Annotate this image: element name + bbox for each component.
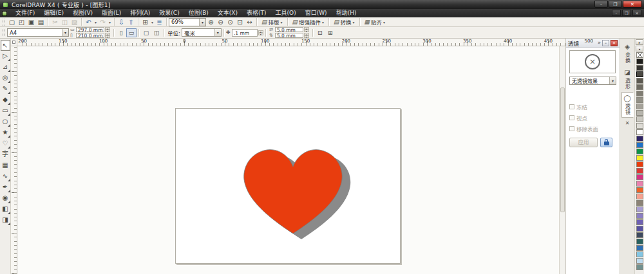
docker-minimize-button[interactable]: – bbox=[602, 40, 609, 46]
menu-item-编辑[interactable]: 编辑(E) bbox=[39, 9, 68, 17]
zoom-width-button[interactable]: ↔ bbox=[245, 18, 254, 26]
drawing-canvas[interactable] bbox=[17, 46, 559, 274]
color-swatch[interactable] bbox=[636, 239, 643, 244]
print-button[interactable]: ▤ bbox=[36, 18, 46, 26]
flyout-indicator[interactable] bbox=[8, 113, 10, 116]
eyedropper-tool[interactable]: ✒ bbox=[1, 182, 10, 193]
color-swatch[interactable] bbox=[636, 123, 643, 129]
basic-shapes-tool[interactable]: ♡ bbox=[1, 138, 10, 149]
lens-effect-combo[interactable]: 无透镜效果 ▾ bbox=[569, 77, 616, 85]
menu-item-窗口[interactable]: 窗口(W) bbox=[301, 9, 332, 17]
units-combo[interactable]: 毫米 ▾ bbox=[182, 28, 222, 37]
undo-dropdown-caret[interactable]: ▾ bbox=[93, 20, 98, 24]
docker-tabs-close-button[interactable]: ✕ bbox=[625, 120, 630, 126]
application-launcher-button[interactable]: ⊞ bbox=[140, 18, 150, 26]
paper-size-combo[interactable]: A4 ▾ bbox=[7, 28, 69, 37]
zoom-in-button[interactable]: ⊕ bbox=[206, 18, 216, 26]
vertical-scrollbar[interactable] bbox=[559, 46, 565, 274]
interactive-blend-tool[interactable]: ∿ bbox=[1, 171, 10, 182]
export-button[interactable]: ⇧ bbox=[126, 18, 136, 26]
doc-restore-button[interactable]: ❐ bbox=[622, 10, 631, 16]
flyout-indicator[interactable] bbox=[8, 124, 10, 127]
color-swatch[interactable] bbox=[636, 213, 643, 219]
color-swatch[interactable] bbox=[636, 91, 643, 96]
all-pages-button[interactable]: ▢ bbox=[141, 28, 151, 37]
color-swatch[interactable] bbox=[636, 104, 643, 109]
checkbox-移除表面[interactable]: 移除表面 bbox=[569, 125, 616, 132]
color-swatch[interactable] bbox=[636, 168, 643, 174]
tab-transformations[interactable]: ◈变换 bbox=[621, 41, 634, 66]
flyout-indicator[interactable] bbox=[8, 212, 10, 214]
duplicate-y-stepper[interactable]: ▴▾ bbox=[304, 33, 309, 38]
chevron-down-icon[interactable]: ▾ bbox=[279, 20, 284, 24]
color-swatch[interactable] bbox=[636, 59, 643, 64]
checkbox-icon[interactable] bbox=[569, 115, 574, 120]
toolbar-grip[interactable] bbox=[3, 29, 5, 36]
freehand-tool[interactable]: ✎ bbox=[1, 84, 10, 95]
duplicate-x-field[interactable]: 5.0 mm bbox=[275, 27, 303, 32]
color-swatch[interactable] bbox=[636, 206, 643, 212]
color-swatch[interactable] bbox=[636, 251, 643, 257]
menu-item-表格[interactable]: 表格(T) bbox=[242, 9, 271, 17]
menu-item-位图[interactable]: 位图(B) bbox=[184, 9, 213, 17]
flyout-indicator[interactable] bbox=[8, 146, 10, 149]
menu-item-视图[interactable]: 视图(V) bbox=[68, 9, 97, 17]
ellipse-tool[interactable]: ○ bbox=[1, 116, 10, 127]
flyout-indicator[interactable] bbox=[8, 80, 10, 83]
color-swatch[interactable] bbox=[636, 264, 643, 270]
save-button[interactable]: ▣ bbox=[26, 18, 36, 26]
flyout-indicator[interactable] bbox=[8, 102, 10, 105]
palette-scroll-up-button[interactable]: ▴ bbox=[636, 46, 643, 51]
nudge-field[interactable]: .1 mm bbox=[232, 29, 258, 37]
plugins-button[interactable]: ▤增强插件▾ bbox=[291, 18, 327, 26]
color-swatch[interactable] bbox=[636, 136, 643, 142]
flyout-indicator[interactable] bbox=[8, 69, 10, 72]
page-height-stepper[interactable]: ▴▾ bbox=[105, 33, 110, 38]
color-swatch[interactable] bbox=[636, 78, 643, 84]
menu-item-版面[interactable]: 版面(L) bbox=[97, 9, 126, 17]
color-swatch[interactable] bbox=[636, 110, 643, 116]
polygon-tool[interactable]: ★ bbox=[1, 127, 10, 138]
zoom-tool[interactable]: ◎ bbox=[1, 73, 10, 84]
toolbar-grip[interactable] bbox=[3, 19, 5, 26]
menu-item-文本[interactable]: 文本(X) bbox=[213, 9, 242, 17]
color-swatch[interactable] bbox=[636, 84, 643, 90]
restore-button[interactable]: ❐ bbox=[609, 1, 622, 8]
flyout-indicator[interactable] bbox=[8, 179, 10, 181]
landscape-button[interactable]: ▭ bbox=[126, 28, 137, 37]
open-button[interactable]: ◰ bbox=[17, 18, 26, 26]
color-swatch[interactable] bbox=[636, 245, 643, 251]
zoom-selected-button[interactable]: ⊙ bbox=[225, 18, 235, 26]
menu-item-文件[interactable]: 文件(F) bbox=[11, 9, 39, 17]
checkbox-icon[interactable] bbox=[569, 126, 574, 131]
redo-dropdown-caret[interactable]: ▾ bbox=[108, 20, 112, 24]
flyout-indicator[interactable] bbox=[8, 223, 10, 225]
properties-button[interactable]: ⊞ bbox=[325, 28, 336, 37]
color-swatch[interactable] bbox=[636, 219, 643, 225]
doc-minimize-button[interactable]: – bbox=[612, 10, 621, 16]
color-swatch[interactable] bbox=[636, 161, 643, 167]
color-swatch[interactable] bbox=[636, 142, 643, 148]
color-swatch[interactable] bbox=[636, 97, 643, 103]
current-page-button[interactable]: ◫ bbox=[151, 28, 162, 37]
docker-collapse-button[interactable]: » bbox=[598, 40, 601, 46]
new-button[interactable]: ▢ bbox=[7, 18, 17, 26]
color-swatch[interactable] bbox=[636, 226, 643, 232]
rectangle-tool[interactable]: ▭ bbox=[1, 105, 10, 116]
color-swatch[interactable] bbox=[636, 200, 643, 206]
outline-tool[interactable]: ◉ bbox=[1, 193, 10, 204]
duplicate-y-field[interactable]: 5.0 mm bbox=[275, 33, 303, 38]
docker-close-button[interactable]: ✕ bbox=[611, 40, 618, 46]
duplicate-x-stepper[interactable]: ▴▾ bbox=[304, 27, 309, 32]
chevron-down-icon[interactable]: ▾ bbox=[214, 29, 221, 36]
page-width-stepper[interactable]: ▴▾ bbox=[105, 27, 110, 32]
color-swatch[interactable] bbox=[636, 232, 643, 238]
fill-tool[interactable]: ◧ bbox=[1, 204, 10, 215]
heart-shape[interactable] bbox=[237, 146, 359, 242]
tab-shaping[interactable]: ◪造形 bbox=[621, 66, 634, 92]
page-width-field[interactable]: 297.0 mm bbox=[76, 27, 104, 32]
zoom-level-combo[interactable]: 69% ▾ bbox=[169, 18, 206, 26]
color-swatch[interactable] bbox=[636, 174, 643, 180]
checkbox-冻结[interactable]: 冻结 bbox=[569, 103, 616, 111]
snap-button[interactable]: ▦贴齐▾ bbox=[363, 18, 388, 26]
